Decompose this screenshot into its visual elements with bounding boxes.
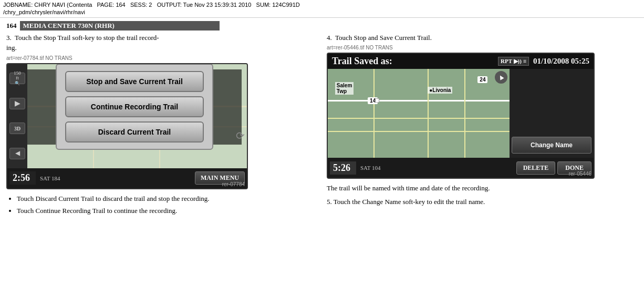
header-sum: SUM: 124C991D (256, 2, 300, 8)
scroll-right-icon: ⟳ (236, 129, 245, 142)
trail-status-bar: 5:26 SAT 104 DELETE DONE (328, 158, 594, 178)
bullet-list: Touch Discard Current Trail to discard t… (17, 194, 321, 216)
left-toolbar: 150ft🔍 ▶ 3D ◀ (7, 64, 27, 168)
map-badge-24: 24 (477, 76, 487, 83)
change-name-btn[interactable]: Change Name (512, 137, 591, 154)
trail-header: Trail Saved as: RPT ▶)) ≡ 01/10/2008 05:… (328, 54, 594, 69)
section-number: 164 (6, 22, 17, 30)
map-area-left: 150ft🔍 ▶ 3D ◀ (7, 64, 247, 168)
step3-text: 3. Touch the Stop Trail soft-key to stop… (6, 33, 321, 53)
header-page: PAGE: 164 (97, 2, 126, 8)
header-bar: JOBNAME: CHRY NAVI (Contenta PAGE: 164 S… (0, 0, 644, 18)
stop-save-btn[interactable]: Stop and Save Current Trail (65, 71, 204, 92)
art-ref-right: art=rer-05446.tif NO TRANS (327, 45, 638, 50)
map-label-livonia: ●Livonia (428, 87, 452, 94)
trail-time: 5:26 (330, 161, 356, 175)
nav-sat-left: SAT 184 (38, 175, 193, 181)
trail-road-h1 (328, 100, 510, 101)
zoom-scale-btn[interactable]: 150ft🔍 (9, 73, 25, 84)
trail-datetime: 01/10/2008 05:25 (533, 57, 589, 66)
right-column: 4. Touch Stop and Save Current Trail. ar… (327, 33, 638, 218)
bullet-item-continue: Touch Continue Recording Trail to contin… (17, 206, 321, 216)
modal-overlay: Stop and Save Current Trail Continue Rec… (27, 69, 242, 145)
section-title: MEDIA CENTER 730N (RHR) (20, 21, 220, 30)
step5-text: 5. Touch the Change Name soft-key to edi… (327, 197, 638, 207)
trail-road-h3 (328, 131, 510, 132)
map-label-salem: SalemTwp (335, 82, 354, 95)
main-content: 3. Touch the Stop Trail soft-key to stop… (0, 33, 644, 218)
map-compass: ▲ (495, 71, 507, 84)
step4-text: 4. Touch Stop and Save Current Trail. (327, 33, 638, 43)
header-sess: SESS: 2 (130, 2, 152, 8)
play-icon: ▶ (15, 99, 20, 108)
trail-road-h2 (328, 118, 510, 119)
trail-screen: Trail Saved as: RPT ▶)) ≡ 01/10/2008 05:… (327, 53, 595, 179)
discard-trail-btn[interactable]: Discard Current Trail (65, 121, 204, 143)
trail-saved-title: Trail Saved as: (332, 56, 392, 67)
left-column: 3. Touch the Stop Trail soft-key to stop… (6, 33, 321, 218)
trail-road-v1 (373, 69, 375, 158)
trail-road-v2 (428, 69, 429, 158)
3d-label: 3D (14, 126, 20, 131)
compass-arrow-icon: ▲ (496, 72, 506, 83)
trail-header-right: RPT ▶)) ≡ 01/10/2008 05:25 (498, 57, 589, 66)
trail-delete-btn[interactable]: DELETE (516, 161, 556, 175)
rer-label-right: rer-05446 (569, 171, 591, 177)
3d-btn[interactable]: 3D (9, 123, 25, 134)
section-title-bar: 164 MEDIA CENTER 730N (RHR) (6, 21, 638, 30)
trail-body-text: The trail will be named with time and da… (327, 183, 638, 194)
bullet-item-discard: Touch Discard Current Trail to discard t… (17, 194, 321, 204)
trail-sat: SAT 104 (358, 165, 514, 171)
nav-btn-2[interactable]: ◀ (9, 148, 25, 159)
header-path: /chry_pdm/chrysler/navi/rhr/navi (3, 9, 85, 15)
scale-icon: 150ft🔍 (14, 71, 21, 87)
nav-btn-1[interactable]: ▶ (9, 98, 25, 109)
trail-road-v3 (464, 69, 465, 158)
header-output: OUTPUT: Tue Nov 23 15:39:31 2010 (157, 2, 252, 8)
route-marker (375, 98, 379, 103)
sidebar-spacer (512, 71, 591, 135)
trail-map: SalemTwp ●Livonia 14 24 ▲ (328, 69, 510, 158)
left-arrow-icon: ◀ (15, 149, 20, 157)
continue-recording-btn[interactable]: Continue Recording Trail (65, 96, 204, 117)
rpt-badge: RPT ▶)) ≡ (498, 57, 529, 66)
nav-status-bar-left: 2:56 SAT 184 MAIN MENU (7, 168, 247, 188)
trail-sidebar: Change Name (510, 69, 594, 158)
art-ref-left: art=rer-07784.tif NO TRANS (6, 55, 321, 61)
trail-main: SalemTwp ●Livonia 14 24 ▲ Change Name (328, 69, 594, 158)
nav-screen-left: 150ft🔍 ▶ 3D ◀ (6, 63, 248, 189)
header-jobname: JOBNAME: CHRY NAVI (Contenta (3, 2, 92, 8)
nav-time-left: 2:56 (9, 171, 36, 185)
rer-label-left: rer-07784 (222, 181, 245, 187)
modal-box: Stop and Save Current Trail Continue Rec… (56, 64, 213, 150)
nav-screen-inner: 150ft🔍 ▶ 3D ◀ (7, 64, 247, 188)
